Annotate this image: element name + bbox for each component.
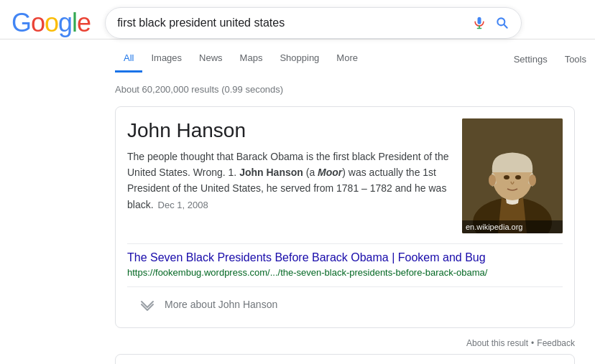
search-icon[interactable] xyxy=(495,16,509,30)
more-about[interactable]: More about John Hanson xyxy=(127,286,563,316)
svg-rect-0 xyxy=(478,17,481,24)
results-area: About 60,200,000 results (0.99 seconds) … xyxy=(0,73,595,364)
tab-shopping[interactable]: Shopping xyxy=(271,45,328,73)
more-about-label: More about John Hanson xyxy=(165,299,277,310)
svg-point-9 xyxy=(529,174,536,186)
knowledge-card: John Hanson The people thought that Bara… xyxy=(115,106,575,328)
tab-maps[interactable]: Maps xyxy=(231,45,272,73)
paa-section: People also ask xyxy=(115,354,575,364)
svg-point-7 xyxy=(515,175,521,179)
tab-news[interactable]: News xyxy=(190,45,231,73)
feedback-link[interactable]: Feedback xyxy=(537,338,575,348)
card-content: John Hanson The people thought that Bara… xyxy=(127,118,451,233)
tab-images[interactable]: Images xyxy=(142,45,190,73)
footer-separator: • xyxy=(531,338,534,348)
svg-point-8 xyxy=(489,174,496,186)
tab-all[interactable]: All xyxy=(115,45,142,73)
settings-link[interactable]: Settings xyxy=(505,47,556,72)
search-input[interactable] xyxy=(117,17,472,29)
card-image: en.wikipedia.org xyxy=(462,118,563,233)
google-logo[interactable]: Google xyxy=(11,10,91,36)
mic-icon[interactable] xyxy=(472,16,486,30)
header: Google xyxy=(0,0,595,39)
card-link-title[interactable]: The Seven Black Presidents Before Barack… xyxy=(127,251,563,264)
card-link-section: The Seven Black Presidents Before Barack… xyxy=(127,243,563,278)
svg-point-6 xyxy=(504,175,509,179)
results-count: About 60,200,000 results (0.99 seconds) xyxy=(115,78,595,106)
card-title: John Hanson xyxy=(127,118,451,143)
card-description: The people thought that Barack Obama is … xyxy=(127,149,451,213)
tab-more[interactable]: More xyxy=(328,45,366,73)
about-result-link[interactable]: About this result xyxy=(466,338,528,348)
card-footer: About this result • Feedback xyxy=(115,334,575,348)
nav-tabs: All Images News Maps Shopping More Setti… xyxy=(0,42,595,73)
card-image-source: en.wikipedia.org xyxy=(462,220,563,233)
chevron-down-icon xyxy=(139,296,156,313)
search-bar xyxy=(105,7,522,39)
card-date: Dec 1, 2008 xyxy=(158,200,208,210)
svg-line-2 xyxy=(504,24,507,28)
card-link-url: https://fookembug.wordpress.com/.../the-… xyxy=(127,267,563,278)
tools-link[interactable]: Tools xyxy=(556,47,595,72)
